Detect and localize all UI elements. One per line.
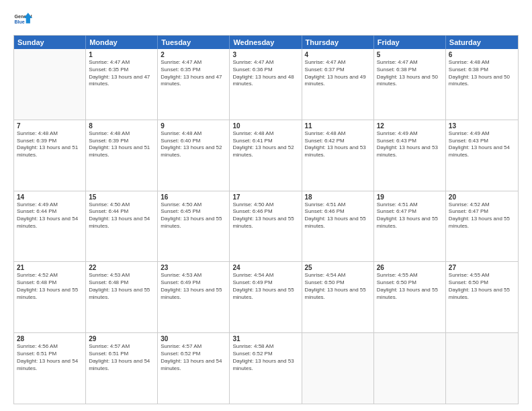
calendar-week-4: 21Sunrise: 4:52 AMSunset: 6:48 PMDayligh… [14,261,518,332]
day-info: Sunrise: 4:48 AMSunset: 6:42 PMDaylight:… [305,130,371,159]
day-info: Sunrise: 4:49 AMSunset: 6:44 PMDaylight:… [17,201,83,230]
day-number: 17 [232,193,298,201]
day-number: 5 [377,51,443,58]
day-info: Sunrise: 4:47 AMSunset: 6:36 PMDaylight:… [232,59,298,88]
page: General Blue SundayMondayTuesdayWednesda… [0,0,532,411]
day-number: 11 [305,122,371,130]
day-number: 14 [17,193,83,201]
day-cell-28: 28Sunrise: 4:56 AMSunset: 6:51 PMDayligh… [14,333,86,404]
day-cell-1: 1Sunrise: 4:47 AMSunset: 6:35 PMDaylight… [86,49,158,120]
calendar-header: SundayMondayTuesdayWednesdayThursdayFrid… [14,36,518,49]
svg-text:Blue: Blue [15,19,25,24]
day-cell-10: 10Sunrise: 4:48 AMSunset: 6:41 PMDayligh… [230,120,302,191]
day-info: Sunrise: 4:55 AMSunset: 6:50 PMDaylight:… [377,272,443,301]
day-info: Sunrise: 4:52 AMSunset: 6:47 PMDaylight:… [449,201,515,230]
day-info: Sunrise: 4:50 AMSunset: 6:44 PMDaylight:… [89,201,154,230]
day-number: 24 [232,264,298,271]
header: General Blue [13,11,519,30]
day-number: 26 [377,264,443,271]
day-number: 10 [232,122,298,130]
day-number: 9 [161,122,226,130]
day-info: Sunrise: 4:47 AMSunset: 6:38 PMDaylight:… [377,59,443,88]
header-day-saturday: Saturday [446,36,518,49]
day-number: 2 [161,51,226,58]
day-cell-18: 18Sunrise: 4:51 AMSunset: 6:46 PMDayligh… [302,191,374,262]
day-number: 6 [449,51,515,58]
day-cell-16: 16Sunrise: 4:50 AMSunset: 6:45 PMDayligh… [158,191,230,262]
empty-cell [446,333,518,404]
day-info: Sunrise: 4:54 AMSunset: 6:50 PMDaylight:… [305,272,371,301]
day-number: 3 [232,51,298,58]
day-number: 20 [449,193,515,201]
day-info: Sunrise: 4:56 AMSunset: 6:51 PMDaylight:… [17,343,83,372]
day-cell-31: 31Sunrise: 4:58 AMSunset: 6:52 PMDayligh… [230,333,302,404]
day-cell-30: 30Sunrise: 4:57 AMSunset: 6:52 PMDayligh… [158,333,230,404]
day-info: Sunrise: 4:50 AMSunset: 6:45 PMDaylight:… [161,201,226,230]
day-number: 19 [377,193,443,201]
day-info: Sunrise: 4:57 AMSunset: 6:52 PMDaylight:… [161,343,226,372]
header-day-monday: Monday [86,36,158,49]
day-cell-27: 27Sunrise: 4:55 AMSunset: 6:50 PMDayligh… [446,262,518,332]
day-cell-9: 9Sunrise: 4:48 AMSunset: 6:40 PMDaylight… [158,120,230,191]
day-number: 16 [161,193,226,201]
day-info: Sunrise: 4:48 AMSunset: 6:39 PMDaylight:… [17,130,83,159]
day-cell-13: 13Sunrise: 4:49 AMSunset: 6:43 PMDayligh… [446,120,518,191]
day-number: 27 [449,264,515,271]
day-info: Sunrise: 4:51 AMSunset: 6:47 PMDaylight:… [377,201,443,230]
header-day-thursday: Thursday [302,36,374,49]
header-day-wednesday: Wednesday [230,36,302,49]
day-cell-3: 3Sunrise: 4:47 AMSunset: 6:36 PMDaylight… [230,49,302,120]
day-info: Sunrise: 4:58 AMSunset: 6:52 PMDaylight:… [232,343,298,372]
day-info: Sunrise: 4:47 AMSunset: 6:35 PMDaylight:… [161,59,226,88]
day-info: Sunrise: 4:57 AMSunset: 6:51 PMDaylight:… [89,343,154,372]
day-number: 31 [232,335,298,342]
day-number: 21 [17,264,83,271]
day-number: 18 [305,193,371,201]
day-number: 4 [305,51,371,58]
day-info: Sunrise: 4:47 AMSunset: 6:35 PMDaylight:… [89,59,154,88]
day-info: Sunrise: 4:55 AMSunset: 6:50 PMDaylight:… [449,272,515,301]
day-info: Sunrise: 4:48 AMSunset: 6:41 PMDaylight:… [232,130,298,159]
day-cell-7: 7Sunrise: 4:48 AMSunset: 6:39 PMDaylight… [14,120,86,191]
day-cell-14: 14Sunrise: 4:49 AMSunset: 6:44 PMDayligh… [14,191,86,262]
day-info: Sunrise: 4:51 AMSunset: 6:46 PMDaylight:… [305,201,371,230]
day-cell-4: 4Sunrise: 4:47 AMSunset: 6:37 PMDaylight… [302,49,374,120]
day-number: 8 [89,122,154,130]
day-cell-11: 11Sunrise: 4:48 AMSunset: 6:42 PMDayligh… [302,120,374,191]
day-number: 29 [89,335,154,342]
day-cell-21: 21Sunrise: 4:52 AMSunset: 6:48 PMDayligh… [14,262,86,332]
day-cell-12: 12Sunrise: 4:49 AMSunset: 6:43 PMDayligh… [374,120,446,191]
day-number: 23 [161,264,226,271]
day-cell-5: 5Sunrise: 4:47 AMSunset: 6:38 PMDaylight… [374,49,446,120]
day-info: Sunrise: 4:48 AMSunset: 6:38 PMDaylight:… [449,59,515,88]
day-number: 22 [89,264,154,271]
calendar-week-5: 28Sunrise: 4:56 AMSunset: 6:51 PMDayligh… [14,332,518,404]
day-number: 12 [377,122,443,130]
day-cell-2: 2Sunrise: 4:47 AMSunset: 6:35 PMDaylight… [158,49,230,120]
day-cell-22: 22Sunrise: 4:53 AMSunset: 6:48 PMDayligh… [86,262,158,332]
day-number: 25 [305,264,371,271]
empty-cell [374,333,446,404]
day-info: Sunrise: 4:53 AMSunset: 6:48 PMDaylight:… [89,272,154,301]
day-cell-29: 29Sunrise: 4:57 AMSunset: 6:51 PMDayligh… [86,333,158,404]
day-number: 28 [17,335,83,342]
day-cell-8: 8Sunrise: 4:48 AMSunset: 6:39 PMDaylight… [86,120,158,191]
day-info: Sunrise: 4:49 AMSunset: 6:43 PMDaylight:… [377,130,443,159]
day-cell-25: 25Sunrise: 4:54 AMSunset: 6:50 PMDayligh… [302,262,374,332]
day-info: Sunrise: 4:48 AMSunset: 6:39 PMDaylight:… [89,130,154,159]
calendar-body: 1Sunrise: 4:47 AMSunset: 6:35 PMDaylight… [14,49,518,404]
day-cell-26: 26Sunrise: 4:55 AMSunset: 6:50 PMDayligh… [374,262,446,332]
day-cell-6: 6Sunrise: 4:48 AMSunset: 6:38 PMDaylight… [446,49,518,120]
calendar-week-3: 14Sunrise: 4:49 AMSunset: 6:44 PMDayligh… [14,191,518,262]
empty-cell [14,49,86,120]
day-info: Sunrise: 4:50 AMSunset: 6:46 PMDaylight:… [232,201,298,230]
day-info: Sunrise: 4:49 AMSunset: 6:43 PMDaylight:… [449,130,515,159]
day-info: Sunrise: 4:54 AMSunset: 6:49 PMDaylight:… [232,272,298,301]
calendar-week-2: 7Sunrise: 4:48 AMSunset: 6:39 PMDaylight… [14,120,518,191]
day-cell-23: 23Sunrise: 4:53 AMSunset: 6:49 PMDayligh… [158,262,230,332]
calendar: SundayMondayTuesdayWednesdayThursdayFrid… [13,35,519,404]
day-number: 7 [17,122,83,130]
day-cell-17: 17Sunrise: 4:50 AMSunset: 6:46 PMDayligh… [230,191,302,262]
logo-icon: General Blue [13,11,32,30]
empty-cell [302,333,374,404]
